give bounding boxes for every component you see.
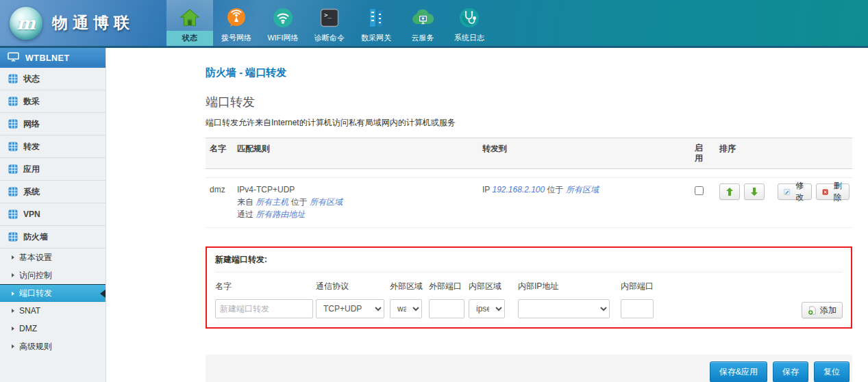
label-ext-port: 外部端口 (429, 281, 469, 292)
sort-down-button[interactable] (744, 183, 765, 200)
int-port-input[interactable] (621, 299, 654, 318)
svg-text:>_: >_ (324, 12, 332, 18)
row-fwd-zone-link[interactable]: 所有区域 (566, 185, 599, 194)
nav-tab-status[interactable]: 状态 (166, 0, 213, 46)
save-button[interactable]: 保存 (773, 361, 808, 382)
sidebar-item-label: 数采 (23, 96, 40, 107)
col-header-sort: 排序 (719, 143, 848, 155)
sidebar-subitem-access-control[interactable]: 访问控制 (0, 266, 106, 284)
new-forward-form: 新建端口转发: 名字 通信协议 外部区域 外部端口 内部区域 内部IP地址 内部… (206, 246, 852, 329)
form-labels-row: 名字 通信协议 外部区域 外部端口 内部区域 内部IP地址 内部端口 (215, 281, 843, 292)
nav-tab-gateway[interactable]: 数采网关 (353, 0, 399, 46)
form-controls-row: TCP+UDP wan ipsec 添加 (215, 299, 843, 318)
row-ip-link[interactable]: 192.168.2.100 (492, 185, 545, 194)
protocol-select[interactable]: TCP+UDP (316, 299, 384, 318)
ext-zone-select[interactable]: wan (390, 299, 422, 318)
sidebar-subitem-label: 访问控制 (19, 270, 52, 281)
row-route-link[interactable]: 所有路由地址 (256, 209, 305, 219)
sidebar-item-forward[interactable]: 转发 (0, 136, 106, 158)
nav-tab-wifi[interactable]: WIFI网络 (260, 0, 306, 46)
grid-icon (8, 232, 18, 242)
nav-tab-label: 系统日志 (446, 31, 493, 46)
caret-right-icon (12, 309, 14, 313)
delete-button[interactable]: 删除 (816, 183, 850, 200)
sort-up-button[interactable] (719, 183, 740, 200)
sidebar-subitem-port-forward[interactable]: 端口转发 (0, 284, 106, 302)
footer-actions-bar: 保存&应用 保存 复位 (206, 355, 852, 382)
grid-icon (8, 209, 18, 219)
section-title: 端口转发 (206, 94, 852, 110)
wifi-icon (272, 5, 294, 31)
nav-tab-label: 拨号网络 (213, 31, 260, 46)
nav-tab-label: 状态 (166, 31, 213, 46)
sidebar-item-label: 系统 (23, 186, 40, 198)
top-nav: 状态 拨号网络 WIFI网络 >_ 诊断命令 (166, 0, 493, 46)
row-match-via: 通过 (237, 209, 253, 219)
sidebar-item-firewall[interactable]: 防火墙 (0, 226, 106, 249)
dialup-icon (225, 5, 247, 31)
sidebar-subitem-dmz[interactable]: DMZ (0, 320, 106, 338)
nav-tab-label: 诊断命令 (306, 31, 353, 46)
row-ip-label: IP (482, 185, 490, 194)
gateway-icon (366, 5, 386, 31)
int-zone-select[interactable]: ipsec (469, 299, 505, 318)
caret-right-icon (12, 327, 14, 331)
row-name: dmz (210, 183, 237, 220)
add-button[interactable]: 添加 (802, 302, 843, 318)
reset-button[interactable]: 复位 (814, 361, 850, 382)
caret-right-icon (12, 255, 14, 259)
col-header-name: 名字 (210, 143, 237, 155)
sidebar-item-status[interactable]: 状态 (0, 68, 106, 90)
logo-orb-icon: m (10, 7, 42, 40)
col-header-enable: 启用 (695, 143, 704, 164)
grid-icon (8, 187, 18, 196)
label-int-zone: 内部区域 (469, 281, 518, 292)
label-int-port: 内部端口 (621, 281, 659, 292)
grid-icon (8, 74, 18, 84)
edit-pencil-icon (784, 188, 790, 196)
sidebar-subitem-advanced-rules[interactable]: 高级规则 (0, 338, 106, 355)
sidebar-item-label: 网络 (23, 118, 40, 130)
add-page-icon (808, 306, 817, 315)
row-host-link[interactable]: 所有主机 (256, 197, 288, 207)
nav-tab-cloud[interactable]: 云服务 (399, 0, 446, 46)
delete-button-label: 删除 (832, 180, 843, 203)
arrow-down-icon (751, 188, 758, 196)
grid-icon (8, 164, 18, 174)
int-ip-select[interactable] (518, 299, 610, 318)
terminal-icon: >_ (320, 5, 339, 31)
syslog-icon (458, 5, 480, 31)
nav-tab-dialup[interactable]: 拨号网络 (213, 0, 260, 46)
ext-port-input[interactable] (429, 299, 464, 318)
brand-logo: m 物通博联 (0, 0, 166, 46)
cloud-icon (411, 5, 434, 31)
enable-checkbox[interactable] (695, 186, 704, 195)
save-apply-button[interactable]: 保存&应用 (710, 361, 767, 382)
sidebar: WTBLNET 状态 数采 网络 转发 应用 (0, 48, 106, 382)
sidebar-subitem-snat[interactable]: SNAT (0, 302, 106, 320)
sidebar-item-apps[interactable]: 应用 (0, 158, 106, 181)
sidebar-device-header: WTBLNET (0, 48, 106, 68)
nav-tab-diagnostics[interactable]: >_ 诊断命令 (306, 0, 353, 46)
sidebar-item-vpn[interactable]: VPN (0, 203, 106, 226)
nav-tab-syslog[interactable]: 系统日志 (446, 0, 493, 46)
sidebar-item-system[interactable]: 系统 (0, 181, 106, 203)
sidebar-item-network[interactable]: 网络 (0, 113, 106, 136)
nav-tab-label: WIFI网络 (260, 31, 306, 46)
caret-right-icon (12, 344, 14, 348)
row-match-at: 位于 (291, 197, 308, 207)
sidebar-item-label: 应用 (23, 164, 40, 175)
col-header-match: 匹配规则 (237, 143, 482, 155)
edit-button[interactable]: 修改 (778, 183, 811, 200)
row-match-from: 来自 (237, 197, 253, 207)
row-forward-to: IP 192.168.2.100 位于 所有区域 (482, 183, 695, 220)
name-input[interactable] (215, 299, 313, 318)
grid-icon (8, 119, 18, 129)
row-zone-link[interactable]: 所有区域 (310, 197, 343, 207)
label-ext-zone: 外部区域 (390, 281, 429, 292)
sidebar-item-label: 转发 (23, 141, 40, 153)
sidebar-item-data-collect[interactable]: 数采 (0, 90, 106, 113)
device-name: WTBLNET (25, 53, 70, 63)
delete-x-icon (822, 188, 828, 196)
sidebar-subitem-basic-settings[interactable]: 基本设置 (0, 249, 106, 266)
